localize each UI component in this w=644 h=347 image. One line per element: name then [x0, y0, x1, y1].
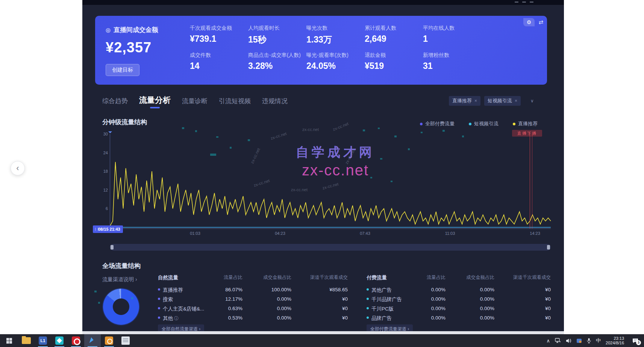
- tab-bar: 综合趋势 流量分析 流量诊断 引流短视频 违规情况: [102, 95, 288, 108]
- table-row-name: 千川PC版: [367, 306, 394, 312]
- legend-label: 直播推荐: [518, 120, 538, 127]
- slider-right-handle[interactable]: [547, 245, 550, 250]
- taskbar-app-teal[interactable]: [51, 334, 68, 347]
- taskbar-app-pointer[interactable]: [84, 334, 101, 347]
- taskbar-app-l1[interactable]: L1: [35, 334, 51, 347]
- chip-live-recommend[interactable]: 直播推荐 ×: [449, 96, 480, 106]
- y-tick: 18: [97, 169, 108, 174]
- page: ‹ ◎ 直播间成交金额 ¥2,357 创建目标 千次观看成交金额 ¥739.1: [0, 0, 644, 347]
- chip-short-video[interactable]: 短视频引流 ×: [484, 96, 521, 106]
- ime-indicator[interactable]: 中: [596, 337, 601, 344]
- cell-gmv-share: 0.00%: [250, 306, 291, 311]
- metric-label: 累计观看人数: [365, 25, 396, 32]
- line-series-canvas: [110, 134, 551, 227]
- cell-traffic-share: 0.63%: [201, 306, 242, 311]
- metric-value: 3.28%: [248, 61, 301, 71]
- tab-overall-trend[interactable]: 综合趋势: [102, 97, 128, 108]
- y-tick: 30: [97, 132, 108, 136]
- metric: 人均观看时长 15秒: [248, 25, 280, 46]
- legend-item-short-video[interactable]: 短视频引流: [469, 120, 499, 127]
- metric-value: 1.33万: [306, 34, 332, 46]
- cell-traffic-share: 0.00%: [404, 296, 445, 302]
- metric-value: 14: [190, 61, 211, 71]
- series-dot-icon: [367, 317, 369, 319]
- player-control-dot: [530, 2, 533, 3]
- cell-gpm: ¥0: [509, 315, 551, 321]
- tab-traffic-diagnosis[interactable]: 流量诊断: [182, 97, 208, 108]
- tab-violations[interactable]: 违规情况: [262, 97, 288, 108]
- series-dot-icon: [367, 288, 369, 291]
- stream-end-marker-line: [530, 134, 532, 228]
- slider-left-handle[interactable]: [111, 245, 114, 250]
- metric: 新增粉丝数 31: [423, 52, 449, 71]
- chip-label: 直播推荐: [452, 97, 472, 104]
- create-goal-button[interactable]: 创建目标: [106, 64, 139, 76]
- metric-value: 15秒: [248, 34, 280, 46]
- primary-metric-value: ¥2,357: [106, 40, 158, 56]
- metric: 成交件数 14: [190, 52, 211, 71]
- tab-short-video[interactable]: 引流短视频: [219, 97, 251, 108]
- microphone-icon[interactable]: [587, 338, 591, 343]
- table-row-name: 搜索: [158, 296, 173, 303]
- swap-icon[interactable]: ⇄: [538, 19, 543, 26]
- carousel-prev-button[interactable]: ‹: [11, 161, 25, 175]
- x-tick: 14:23: [530, 231, 540, 236]
- metric-label: 千次观看成交金额: [190, 25, 232, 32]
- traffic-line-chart[interactable]: 30 24 18 12 6 0 01:03 04:23 07:43 11:03 …: [110, 134, 551, 229]
- chevron-down-icon[interactable]: ∨: [530, 98, 534, 103]
- start-button[interactable]: [0, 334, 18, 347]
- info-icon[interactable]: ⓘ: [174, 316, 179, 321]
- volume-icon[interactable]: [566, 338, 571, 343]
- metric: 曝光-观看率(次数) 24.05%: [306, 52, 349, 71]
- metric-label: 商品点击-成交率(人数): [248, 52, 301, 59]
- metric-label: 人均观看时长: [248, 25, 280, 32]
- network-icon[interactable]: [555, 338, 561, 343]
- cell-gpm: ¥858.65: [306, 287, 348, 292]
- chevron-left-icon: ‹: [16, 163, 19, 173]
- close-icon[interactable]: ×: [474, 98, 477, 103]
- windows-logo-icon: [6, 338, 12, 344]
- table-row-name: 个人主页&店铺&...: [158, 306, 204, 312]
- legend-label: 短视频引流: [474, 120, 499, 127]
- metric-label: 曝光-观看率(次数): [306, 52, 349, 59]
- graphics-settings-icon[interactable]: [576, 338, 582, 343]
- metric-label: 曝光次数: [306, 25, 332, 32]
- tab-traffic-analysis[interactable]: 流量分析: [139, 95, 171, 108]
- metric-label: 新增粉丝数: [423, 52, 449, 59]
- chart-legend: 全部付费流量 短视频引流 直播推荐: [420, 120, 538, 127]
- cell-traffic-share: 86.07%: [201, 287, 242, 292]
- close-icon[interactable]: ×: [515, 98, 517, 103]
- time-range-start-label[interactable]: 08/15 21:43: [93, 225, 123, 233]
- notification-center-icon[interactable]: 3: [632, 338, 639, 344]
- taskbar-app-orange[interactable]: [101, 334, 117, 347]
- cell-gmv-share: 0.00%: [453, 315, 494, 321]
- series-dot-icon: [158, 307, 160, 309]
- metric: 平均在线人数 1: [423, 25, 455, 44]
- red-circle-app-icon: [72, 336, 80, 345]
- taskbar-notepad[interactable]: [117, 334, 134, 347]
- x-tick: 11:03: [445, 231, 455, 236]
- col-header: 成交金额占比: [457, 274, 494, 281]
- cell-gmv-share: 0.00%: [453, 296, 494, 302]
- taskbar-file-explorer[interactable]: [18, 334, 35, 347]
- legend-item-paid[interactable]: 全部付费流量: [420, 120, 455, 127]
- cell-gpm: ¥0: [306, 296, 348, 302]
- legend-item-live-recommend[interactable]: 直播推荐: [513, 120, 538, 127]
- traffic-donut-chart: [103, 289, 139, 325]
- table-row-name: 其他广告: [367, 287, 392, 294]
- clock[interactable]: 23:13 2024/8/16: [606, 336, 624, 345]
- taskbar-app-red[interactable]: [68, 334, 84, 347]
- orange-app-icon: [105, 336, 113, 345]
- series-dot-icon: [158, 298, 160, 300]
- series-dot-icon: [158, 288, 160, 291]
- cursor-app-icon: [88, 336, 97, 345]
- table-row-name: 其他ⓘ: [158, 315, 179, 322]
- cell-traffic-share: 12.17%: [201, 296, 242, 302]
- time-range-slider[interactable]: [110, 244, 551, 251]
- gear-icon[interactable]: ⚙: [523, 18, 535, 26]
- legend-label: 全部付费流量: [425, 120, 455, 127]
- tray-expand-icon[interactable]: ∧: [547, 338, 550, 344]
- metric: 累计观看人数 2,649: [365, 25, 396, 44]
- channel-explain-link[interactable]: 流量渠道说明 ›: [102, 276, 137, 283]
- clock-time: 23:13: [606, 336, 624, 341]
